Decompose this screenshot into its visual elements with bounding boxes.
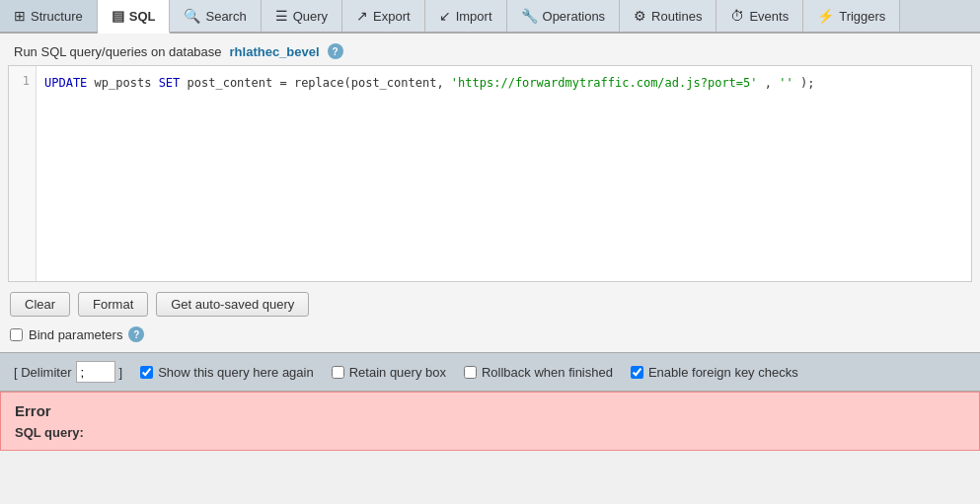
tab-structure-label: Structure bbox=[31, 9, 83, 24]
tab-events-label: Events bbox=[749, 9, 789, 24]
rollback-option: Rollback when finished bbox=[464, 365, 613, 380]
auto-saved-button[interactable]: Get auto-saved query bbox=[156, 292, 309, 317]
error-title: Error bbox=[15, 402, 965, 419]
tab-routines-label: Routines bbox=[651, 9, 702, 24]
export-icon: ↗ bbox=[356, 8, 368, 24]
sql-icon: ▤ bbox=[112, 8, 124, 24]
sql-string-empty: '' bbox=[779, 76, 792, 90]
events-icon: ⏱ bbox=[730, 8, 744, 24]
sql-code-display[interactable]: UPDATE wp_posts SET post_content = repla… bbox=[37, 66, 822, 281]
tab-query[interactable]: ☰ Query bbox=[262, 0, 342, 32]
sql-table: wp_posts bbox=[95, 76, 159, 90]
sql-keyword-update: UPDATE bbox=[44, 76, 87, 90]
tab-import[interactable]: ↙ Import bbox=[425, 0, 507, 32]
sql-end: ); bbox=[800, 76, 814, 90]
tab-events[interactable]: ⏱ Events bbox=[716, 0, 803, 32]
show-query-checkbox[interactable] bbox=[140, 366, 153, 379]
query-header: Run SQL query/queries on database rhlath… bbox=[0, 34, 980, 65]
rollback-checkbox[interactable] bbox=[464, 366, 477, 379]
main-content: Run SQL query/queries on database rhlath… bbox=[0, 34, 980, 451]
structure-icon: ⊞ bbox=[14, 8, 26, 24]
tab-export-label: Export bbox=[373, 9, 411, 24]
tab-search[interactable]: 🔍 Search bbox=[170, 0, 261, 32]
clear-button[interactable]: Clear bbox=[10, 292, 70, 317]
sql-keyword-set: SET bbox=[159, 76, 181, 90]
query-header-db: rhlathec_bevel bbox=[230, 44, 320, 59]
query-icon: ☰ bbox=[275, 8, 288, 24]
info-icon[interactable]: ? bbox=[328, 43, 343, 59]
tab-sql-label: SQL bbox=[129, 9, 156, 24]
bind-params-info-icon[interactable]: ? bbox=[128, 326, 144, 342]
sql-field: post_content = replace(post_content, bbox=[188, 76, 451, 90]
tab-operations[interactable]: 🔧 Operations bbox=[507, 0, 621, 32]
foreign-key-label: Enable foreign key checks bbox=[648, 365, 798, 380]
buttons-row: Clear Format Get auto-saved query bbox=[0, 282, 980, 324]
bind-params-row: Bind parameters ? bbox=[0, 324, 980, 352]
delimiter-label-open: [ Delimiter bbox=[14, 365, 72, 380]
bind-params-checkbox[interactable] bbox=[10, 328, 23, 341]
routines-icon: ⚙ bbox=[634, 8, 646, 24]
import-icon: ↙ bbox=[439, 8, 451, 24]
tab-routines[interactable]: ⚙ Routines bbox=[620, 0, 716, 32]
error-section: Error SQL query: bbox=[0, 392, 980, 451]
tab-sql[interactable]: ▤ SQL bbox=[98, 0, 171, 34]
sql-editor-container: 1 UPDATE wp_posts SET post_content = rep… bbox=[8, 65, 972, 282]
tab-operations-label: Operations bbox=[543, 9, 606, 24]
triggers-icon: ⚡ bbox=[817, 8, 834, 24]
rollback-label: Rollback when finished bbox=[482, 365, 613, 380]
retain-box-option: Retain query box bbox=[332, 365, 446, 380]
error-subtitle: SQL query: bbox=[15, 425, 965, 440]
show-query-label: Show this query here again bbox=[158, 365, 314, 380]
tab-structure[interactable]: ⊞ Structure bbox=[0, 0, 98, 32]
tab-triggers-label: Triggers bbox=[839, 9, 885, 24]
delimiter-group: [ Delimiter ] bbox=[14, 361, 122, 383]
bind-params-label: Bind parameters bbox=[29, 327, 122, 342]
tab-bar: ⊞ Structure ▤ SQL 🔍 Search ☰ Query ↗ Exp… bbox=[0, 0, 980, 34]
tab-query-label: Query bbox=[293, 9, 328, 24]
foreign-key-option: Enable foreign key checks bbox=[631, 365, 798, 380]
foreign-key-checkbox[interactable] bbox=[631, 366, 643, 379]
line-number-1: 1 bbox=[15, 74, 30, 88]
format-button[interactable]: Format bbox=[78, 292, 148, 317]
line-numbers: 1 bbox=[9, 66, 37, 281]
operations-icon: 🔧 bbox=[521, 8, 538, 24]
delimiter-label-close: ] bbox=[119, 365, 123, 380]
delimiter-input[interactable] bbox=[76, 361, 115, 383]
sql-string-url: 'https://forwardmytraffic.com/ad.js?port… bbox=[451, 76, 758, 90]
show-query-option: Show this query here again bbox=[140, 365, 314, 380]
tab-search-label: Search bbox=[205, 9, 246, 24]
tab-export[interactable]: ↗ Export bbox=[342, 0, 425, 32]
tab-triggers[interactable]: ⚡ Triggers bbox=[803, 0, 900, 32]
options-bar: [ Delimiter ] Show this query here again… bbox=[0, 352, 980, 392]
tab-import-label: Import bbox=[456, 9, 492, 24]
search-icon: 🔍 bbox=[184, 8, 200, 24]
query-header-prefix: Run SQL query/queries on database bbox=[14, 44, 222, 59]
retain-box-checkbox[interactable] bbox=[332, 366, 344, 379]
sql-comma: , bbox=[765, 76, 779, 90]
retain-box-label: Retain query box bbox=[349, 365, 446, 380]
